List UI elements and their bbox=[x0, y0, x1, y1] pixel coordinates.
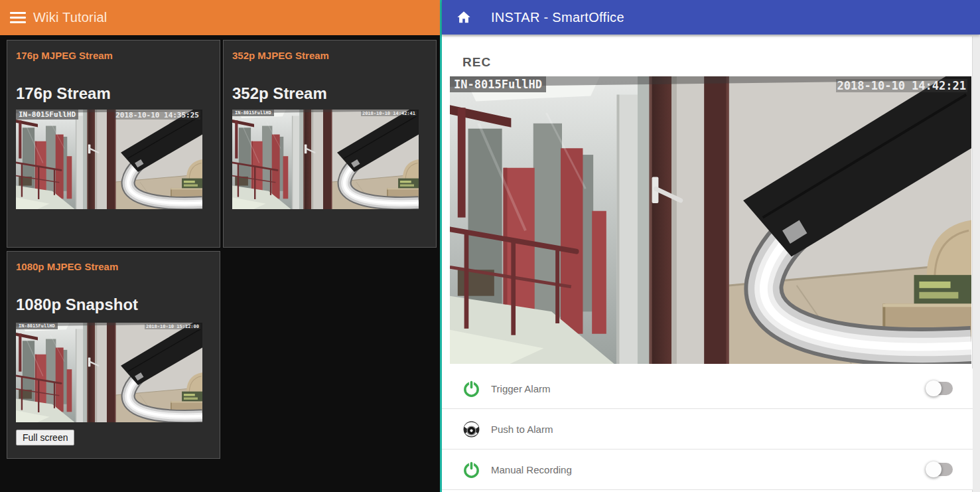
app-title: INSTAR - SmartOffice bbox=[491, 10, 624, 25]
control-row-push-to-alarm[interactable]: Push to Alarm bbox=[442, 409, 973, 450]
dome-camera-icon bbox=[462, 420, 480, 438]
stream-card-352p: 352p MJPEG Stream 352p Stream IN-8015Ful… bbox=[223, 40, 437, 248]
camera-controls: Trigger Alarm Push to Alarm Manual Recor… bbox=[442, 369, 973, 490]
hamburger-menu-icon[interactable] bbox=[10, 12, 26, 23]
power-icon bbox=[462, 380, 480, 398]
camera-thumbnail-352p: IN-8015FullHD 2018-10-10 14:42:41 bbox=[232, 110, 419, 209]
camera-timestamp-overlay: 2018-10-10 14:35:25 bbox=[114, 111, 200, 120]
power-icon bbox=[462, 461, 480, 479]
live-camera-view: IN-8015FullHD 2018-10-10 14:42:21 bbox=[450, 76, 971, 364]
camera-scene-image bbox=[450, 76, 971, 364]
card-category: 1080p MJPEG Stream bbox=[16, 261, 118, 272]
rec-label: REC bbox=[462, 55, 491, 70]
camera-name-overlay: IN-8015FullHD bbox=[16, 110, 78, 120]
screen: Wiki Tutorial 176p MJPEG Stream 176p Str… bbox=[0, 0, 980, 492]
manual-recording-toggle[interactable] bbox=[928, 463, 953, 476]
card-title: 176p Stream bbox=[16, 84, 111, 103]
control-label: Push to Alarm bbox=[491, 424, 553, 435]
camera-timestamp-overlay: 2018-10-10 14:42:21 bbox=[836, 79, 967, 92]
card-title: 1080p Snapshot bbox=[16, 295, 138, 314]
control-label: Manual Recording bbox=[491, 464, 572, 475]
camera-name-overlay: IN-8015FullHD bbox=[450, 76, 546, 92]
camera-widget-card: REC IN-8015FullHD 2018-10-10 14:42:21 Tr… bbox=[442, 37, 973, 492]
card-category: 352p MJPEG Stream bbox=[232, 50, 329, 61]
camera-name-overlay: IN-8015FullHD bbox=[16, 323, 58, 329]
camera-thumbnail-176p: IN-8015FullHD 2018-10-10 14:35:25 bbox=[16, 110, 202, 209]
stream-card-176p: 176p MJPEG Stream 176p Stream IN-8015Ful… bbox=[7, 40, 220, 248]
home-button[interactable] bbox=[455, 9, 472, 26]
home-icon bbox=[456, 10, 471, 25]
wiki-header: Wiki Tutorial bbox=[0, 0, 440, 35]
page-title: Wiki Tutorial bbox=[33, 10, 107, 25]
smartoffice-panel: INSTAR - SmartOffice REC IN-8015FullHD 2… bbox=[442, 0, 980, 492]
fullscreen-button[interactable]: Full screen bbox=[16, 430, 74, 446]
camera-timestamp-overlay: 2018-10-10 14:42:41 bbox=[361, 111, 417, 116]
camera-name-overlay: IN-8015FullHD bbox=[232, 110, 274, 116]
control-label: Trigger Alarm bbox=[491, 383, 550, 394]
app-header: INSTAR - SmartOffice bbox=[442, 0, 980, 35]
card-title: 352p Stream bbox=[232, 84, 327, 103]
stream-card-1080p: 1080p MJPEG Stream 1080p Snapshot IN-801… bbox=[7, 251, 220, 459]
camera-scene-image bbox=[232, 110, 419, 209]
wiki-tutorial-panel: Wiki Tutorial 176p MJPEG Stream 176p Str… bbox=[0, 0, 440, 492]
camera-timestamp-overlay: 2018-10-10 15:12:00 bbox=[145, 324, 200, 329]
control-row-manual-recording[interactable]: Manual Recording bbox=[442, 450, 973, 490]
toggle-knob bbox=[926, 380, 942, 396]
control-row-trigger-alarm[interactable]: Trigger Alarm bbox=[442, 369, 973, 409]
camera-snapshot-1080p: IN-8015FullHD 2018-10-10 15:12:00 bbox=[16, 323, 202, 422]
card-category: 176p MJPEG Stream bbox=[16, 50, 113, 61]
camera-scene-image bbox=[16, 323, 202, 422]
toggle-knob bbox=[926, 461, 942, 477]
trigger-alarm-toggle[interactable] bbox=[928, 382, 953, 395]
camera-scene-image bbox=[16, 110, 202, 209]
